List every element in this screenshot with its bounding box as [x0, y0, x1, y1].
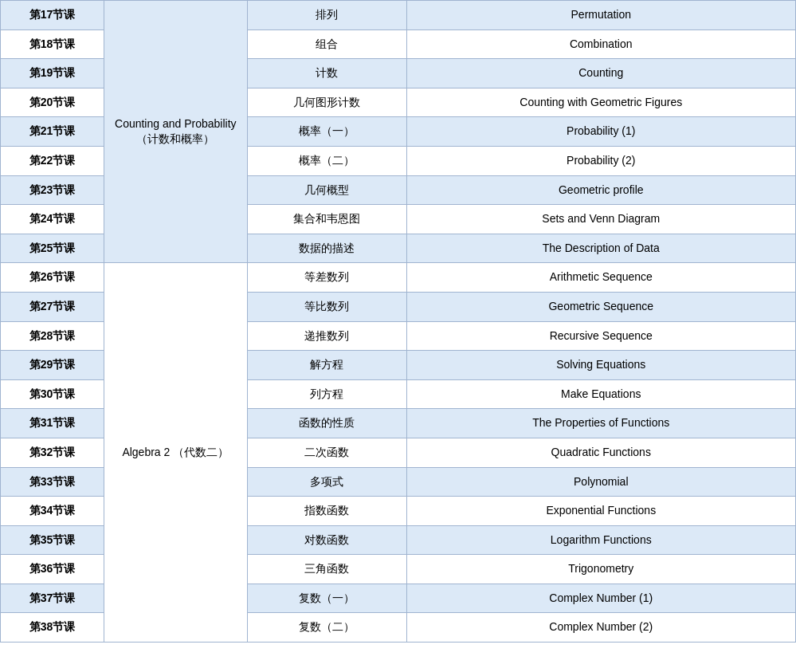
chinese-cell: 排列	[247, 1, 406, 30]
english-cell: Probability (2)	[406, 146, 795, 175]
unit1-cell: Counting and Probability（计数和概率）	[104, 1, 247, 263]
chinese-cell: 等比数列	[247, 292, 406, 321]
chinese-cell: 等差数列	[247, 263, 406, 293]
chinese-cell: 三角函数	[247, 555, 406, 584]
lesson-cell: 第33节课	[1, 467, 104, 497]
lesson-cell: 第37节课	[1, 584, 104, 613]
chinese-cell: 指数函数	[247, 497, 406, 526]
course-table: 第17节课 Counting and Probability（计数和概率） 排列…	[0, 0, 796, 643]
english-cell: Probability (1)	[406, 117, 795, 147]
chinese-cell: 列方程	[247, 379, 406, 409]
lesson-cell: 第30节课	[1, 379, 104, 409]
lesson-cell: 第26节课	[1, 263, 104, 293]
lesson-cell: 第25节课	[1, 234, 104, 263]
lesson-cell: 第18节课	[1, 29, 104, 59]
english-cell: The Properties of Functions	[406, 409, 795, 438]
chinese-cell: 组合	[247, 29, 406, 59]
english-cell: Solving Equations	[406, 351, 795, 380]
english-cell: Permutation	[406, 1, 795, 30]
chinese-cell: 数据的描述	[247, 234, 406, 263]
lesson-cell: 第19节课	[1, 59, 104, 88]
chinese-cell: 计数	[247, 59, 406, 88]
lesson-cell: 第31节课	[1, 409, 104, 438]
english-cell: Quadratic Functions	[406, 438, 795, 467]
chinese-cell: 二次函数	[247, 438, 406, 467]
chinese-cell: 对数函数	[247, 525, 406, 555]
lesson-cell: 第36节课	[1, 555, 104, 584]
lesson-cell: 第35节课	[1, 525, 104, 555]
english-cell: Recursive Sequence	[406, 321, 795, 351]
lesson-cell: 第22节课	[1, 146, 104, 175]
lesson-cell: 第38节课	[1, 613, 104, 643]
chinese-cell: 复数（二）	[247, 613, 406, 643]
lesson-cell: 第29节课	[1, 351, 104, 380]
english-cell: Geometric profile	[406, 175, 795, 205]
lesson-cell: 第34节课	[1, 497, 104, 526]
english-cell: Combination	[406, 29, 795, 59]
lesson-cell: 第20节课	[1, 88, 104, 117]
lesson-cell: 第24节课	[1, 205, 104, 234]
english-cell: Complex Number (1)	[406, 584, 795, 613]
chinese-cell: 集合和韦恩图	[247, 205, 406, 234]
lesson-cell: 第21节课	[1, 117, 104, 147]
english-cell: Sets and Venn Diagram	[406, 205, 795, 234]
chinese-cell: 几何概型	[247, 175, 406, 205]
english-cell: Geometric Sequence	[406, 292, 795, 321]
lesson-cell: 第27节课	[1, 292, 104, 321]
english-cell: Logarithm Functions	[406, 525, 795, 555]
english-cell: Complex Number (2)	[406, 613, 795, 643]
english-cell: Counting with Geometric Figures	[406, 88, 795, 117]
chinese-cell: 解方程	[247, 351, 406, 380]
chinese-cell: 概率（一）	[247, 117, 406, 147]
lesson-cell: 第17节课	[1, 1, 104, 30]
english-cell: Counting	[406, 59, 795, 88]
english-cell: Make Equations	[406, 379, 795, 409]
chinese-cell: 复数（一）	[247, 584, 406, 613]
chinese-cell: 多项式	[247, 467, 406, 497]
unit2-cell: Algebra 2 （代数二）	[104, 263, 247, 643]
chinese-cell: 概率（二）	[247, 146, 406, 175]
lesson-cell: 第32节课	[1, 438, 104, 467]
chinese-cell: 几何图形计数	[247, 88, 406, 117]
english-cell: Exponential Functions	[406, 497, 795, 526]
lesson-cell: 第23节课	[1, 175, 104, 205]
chinese-cell: 函数的性质	[247, 409, 406, 438]
english-cell: Polynomial	[406, 467, 795, 497]
english-cell: The Description of Data	[406, 234, 795, 263]
english-cell: Arithmetic Sequence	[406, 263, 795, 293]
english-cell: Trigonometry	[406, 555, 795, 584]
lesson-cell: 第28节课	[1, 321, 104, 351]
chinese-cell: 递推数列	[247, 321, 406, 351]
